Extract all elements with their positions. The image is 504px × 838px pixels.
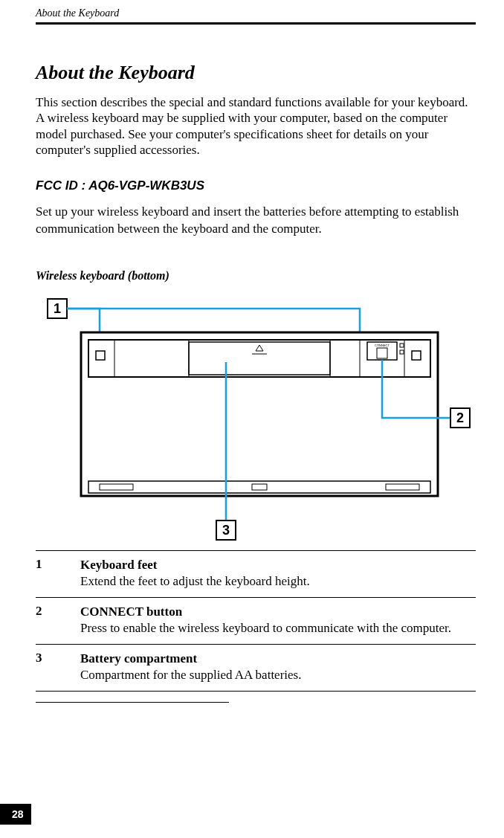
svg-rect-21 xyxy=(252,484,267,490)
legend-number: 1 xyxy=(36,557,80,590)
legend-text: Press to enable the wireless keyboard to… xyxy=(80,621,451,635)
legend-text: Extend the feet to adjust the keyboard h… xyxy=(80,574,310,588)
setup-paragraph: Set up your wireless keyboard and insert… xyxy=(36,204,476,238)
legend-row: 3 Battery compartment Compartment for th… xyxy=(36,644,476,692)
legend-title: Keyboard feet xyxy=(80,558,157,572)
svg-text:1: 1 xyxy=(54,301,61,316)
svg-rect-11 xyxy=(189,342,330,375)
legend-desc: Keyboard feet Extend the feet to adjust … xyxy=(80,557,476,590)
legend-title: Battery compartment xyxy=(80,651,197,665)
fcc-id-heading: FCC ID : AQ6-VGP-WKB3US xyxy=(36,178,476,193)
diagram-svg: 1 CONNECT xyxy=(40,291,471,544)
legend-number: 2 xyxy=(36,604,80,636)
legend-number: 3 xyxy=(36,651,80,683)
legend-desc: Battery compartment Compartment for the … xyxy=(80,651,476,683)
page: About the Keyboard About the Keyboard Th… xyxy=(0,0,504,838)
legend-text: Compartment for the supplied AA batterie… xyxy=(80,668,301,682)
svg-text:2: 2 xyxy=(456,410,464,425)
svg-rect-20 xyxy=(386,484,419,490)
svg-text:3: 3 xyxy=(222,523,230,538)
keyboard-diagram: 1 CONNECT xyxy=(40,291,471,544)
legend-title: CONNECT button xyxy=(80,605,182,619)
svg-rect-8 xyxy=(377,348,387,358)
footnote-rule xyxy=(36,702,229,703)
page-number: 28 xyxy=(0,804,31,825)
legend-desc: CONNECT button Press to enable the wirel… xyxy=(80,604,476,636)
legend-row: 1 Keyboard feet Extend the feet to adjus… xyxy=(36,550,476,597)
svg-text:CONNECT: CONNECT xyxy=(375,344,390,347)
header-rule xyxy=(36,22,476,25)
svg-rect-19 xyxy=(100,484,133,490)
running-head: About the Keyboard xyxy=(36,0,476,19)
page-title: About the Keyboard xyxy=(36,62,476,84)
legend-row: 2 CONNECT button Press to enable the wir… xyxy=(36,597,476,644)
legend-table: 1 Keyboard feet Extend the feet to adjus… xyxy=(36,550,476,692)
intro-paragraph: This section describes the special and s… xyxy=(36,94,476,158)
figure-caption: Wireless keyboard (bottom) xyxy=(36,269,476,283)
